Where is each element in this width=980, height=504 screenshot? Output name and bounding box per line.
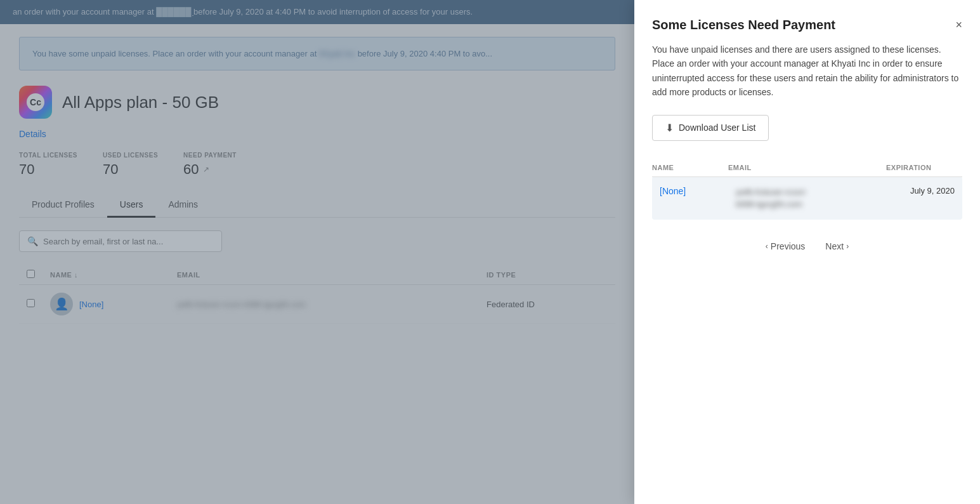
chevron-right-icon: ›: [846, 242, 849, 251]
modal-row-name: [None]: [652, 176, 728, 220]
modal-description: You have unpaid licenses and there are u…: [652, 43, 962, 100]
modal-th-expiration: EXPIRATION: [886, 159, 962, 177]
modal-body: You have unpaid licenses and there are u…: [634, 32, 980, 504]
modal-th-email: EMAIL: [728, 159, 886, 177]
next-button[interactable]: Next ›: [818, 237, 856, 255]
modal-overlay[interactable]: [0, 0, 634, 504]
modal-th-name: NAME: [652, 159, 728, 177]
modal-close-button[interactable]: ×: [955, 19, 962, 30]
download-icon: ⬇: [665, 122, 674, 134]
download-user-list-button[interactable]: ⬇ Download User List: [652, 115, 769, 141]
modal-title: Some Licenses Need Payment: [652, 18, 955, 32]
modal-user-table: NAME EMAIL EXPIRATION [None] ywfb-fcduxe…: [652, 159, 962, 220]
modal-header: Some Licenses Need Payment ×: [634, 0, 980, 32]
modal-user-email-blurred: ywfb-fcduxer-rcxxrrb586-tgxrg5h.com: [736, 186, 879, 211]
modal-user-name-link[interactable]: [None]: [660, 186, 686, 196]
modal-panel: Some Licenses Need Payment × You have un…: [634, 0, 980, 504]
previous-button[interactable]: ‹ Previous: [758, 237, 813, 255]
previous-label: Previous: [771, 241, 805, 251]
chevron-left-icon: ‹: [766, 242, 768, 251]
modal-table-row: [None] ywfb-fcduxer-rcxxrrb586-tgxrg5h.c…: [652, 176, 962, 220]
download-btn-label: Download User List: [679, 123, 755, 133]
modal-row-email: ywfb-fcduxer-rcxxrrb586-tgxrg5h.com: [728, 176, 886, 220]
modal-row-expiration: July 9, 2020: [886, 176, 962, 220]
next-label: Next: [825, 241, 844, 251]
pagination: ‹ Previous Next ›: [652, 230, 962, 263]
